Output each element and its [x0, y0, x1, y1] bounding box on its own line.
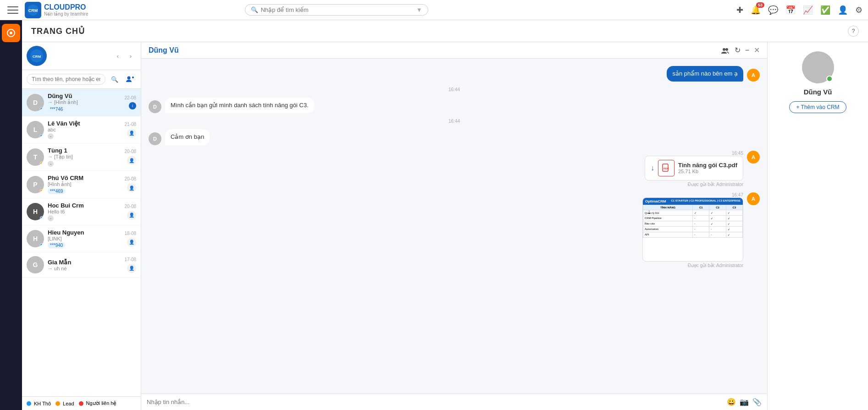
- logo-icon: CRM: [25, 2, 41, 18]
- search-dropdown-icon[interactable]: ▼: [416, 6, 422, 13]
- search-icon: 🔍: [251, 6, 258, 13]
- chart-button[interactable]: 📈: [803, 5, 813, 15]
- settings-button[interactable]: ⚙: [855, 5, 862, 15]
- nav-actions: ✚ 🔔 53 💬 📅 📈 ✅ 👤 ⚙: [736, 5, 862, 15]
- add-button[interactable]: ✚: [736, 5, 743, 15]
- logo-text-container: CLOUDPRO Nền tảng by teamhire: [44, 3, 88, 16]
- top-navbar: CRM CLOUDPRO Nền tảng by teamhire 🔍 ▼ ✚ …: [0, 0, 868, 20]
- logo-subtitle: Nền tảng by teamhire: [44, 11, 88, 16]
- notification-badge: 53: [756, 2, 764, 8]
- logo-text: CLOUDPRO: [44, 3, 88, 11]
- search-bar[interactable]: 🔍 ▼: [245, 4, 428, 16]
- chat-button[interactable]: 💬: [768, 5, 778, 15]
- svg-text:CRM: CRM: [28, 8, 38, 13]
- user-button[interactable]: 👤: [838, 5, 848, 15]
- notifications-button[interactable]: 🔔 53: [751, 5, 761, 15]
- tasks-button[interactable]: ✅: [820, 5, 830, 15]
- calendar-button[interactable]: 📅: [785, 5, 796, 15]
- nav-logo: CRM CLOUDPRO Nền tảng by teamhire: [25, 2, 88, 18]
- hamburger-menu[interactable]: [6, 3, 20, 17]
- search-input[interactable]: [261, 6, 414, 13]
